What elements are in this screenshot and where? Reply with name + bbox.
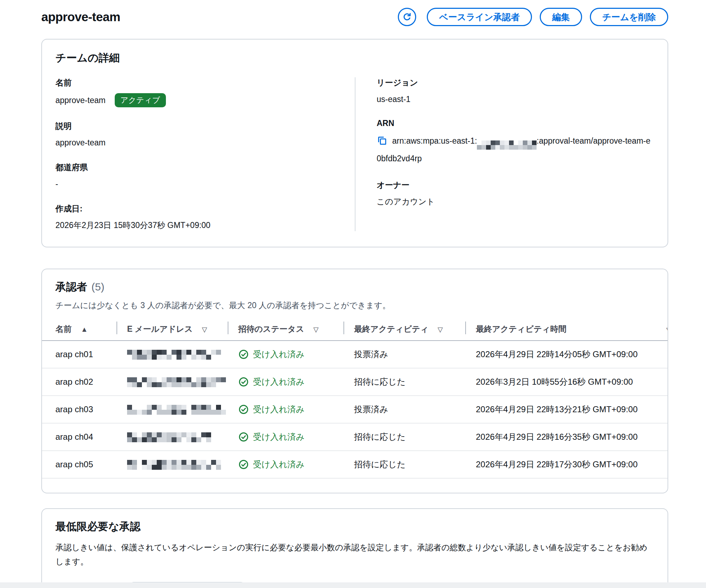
refresh-icon [402,12,412,22]
approvers-title: 承認者 [55,280,87,294]
created-value: 2026年2月23日 15時30分37秒 GMT+09:00 [55,219,319,231]
approver-email [117,423,228,451]
approver-email [117,396,228,423]
approver-email [117,451,228,478]
approver-last-activity-time: 2026年3月2日 10時55分16秒 GMT+09:00 [466,368,668,396]
min-approvals-card: 最低限必要な承認 承認しきい値は、保護されているオペレーションの実行に必要な必要… [41,508,668,588]
approver-last-activity-time: 2026年4月29日 22時13分21秒 GMT+09:00 [466,396,668,423]
name-field: 名前 approve-team アクティブ [55,77,319,107]
sort-icon[interactable]: ▽ [313,326,319,333]
redacted-email [127,432,211,442]
arn-value: arn:aws:mpa:us-east-1::approval-team/app… [377,133,654,166]
arn-field: ARN arn:aws:mpa:us-east-1::approval-team… [377,119,654,166]
table-row: arap ch04受け入れ済み招待に応じた2026年4月29日 22時16分35… [42,423,668,451]
prefecture-value: - [55,178,319,190]
page-header: approve-team ベースライン承認者 編集 チームを削除 [41,0,668,26]
team-details-grid: 名前 approve-team アクティブ 説明 approve-team 都道… [55,77,654,231]
check-circle-icon [238,377,249,387]
baseline-approvers-button[interactable]: ベースライン承認者 [427,8,532,26]
invite-status-text: 受け入れ済み [253,459,305,470]
column-header-name[interactable]: 名前▲ [42,319,117,341]
table-row: arap ch03受け入れ済み投票済み2026年4月29日 22時13分21秒 … [42,396,668,423]
approver-name: arap ch05 [42,451,117,478]
approver-email [117,368,228,396]
approver-invite-status: 受け入れ済み [228,341,344,368]
min-approvals-title: 最低限必要な承認 [55,520,654,534]
team-details-card: チームの詳細 名前 approve-team アクティブ 説明 approve-… [41,39,668,247]
window-bottom-edge [0,582,706,588]
approver-last-activity-time: 2026年4月29日 22時17分30秒 GMT+09:00 [466,451,668,478]
created-field: 作成日: 2026年2月23日 15時30分37秒 GMT+09:00 [55,203,319,231]
invite-status-text: 受け入れ済み [253,376,305,388]
region-value: us-east-1 [377,93,654,105]
approver-name: arap ch04 [42,423,117,451]
approver-name: arap ch03 [42,396,117,423]
approver-invite-status: 受け入れ済み [228,423,344,451]
invite-status-text: 受け入れ済み [253,431,305,443]
redacted-email [127,405,226,415]
region-field: リージョン us-east-1 [377,77,654,105]
approver-last-activity: 投票済み [344,341,466,368]
page-content: approve-team ベースライン承認者 編集 チームを削除 チームの詳細 … [41,0,668,588]
approvers-table: 名前▲ E メールアドレス▽ 招待のステータス▽ 最終アクティビティ▽ 最終アク… [42,319,668,479]
redacted-email [127,377,226,387]
name-label: 名前 [55,77,319,88]
sort-icon[interactable]: ▽ [438,326,443,333]
edit-button[interactable]: 編集 [540,8,582,26]
column-header-email[interactable]: E メールアドレス▽ [117,319,228,341]
check-circle-icon [238,349,249,360]
approvers-card: 承認者 (5) チームには少なくとも 3 人の承認者が必要で、最大 20 人の承… [41,269,668,493]
approver-last-activity: 招待に応じた [344,451,466,478]
approver-last-activity: 投票済み [344,396,466,423]
approver-invite-status: 受け入れ済み [228,368,344,396]
team-details-title: チームの詳細 [55,51,654,65]
column-header-invite-status[interactable]: 招待のステータス▽ [228,319,344,341]
sort-ascending-icon[interactable]: ▲ [81,325,88,333]
description-label: 説明 [55,121,319,132]
delete-team-button[interactable]: チームを削除 [590,8,668,26]
approver-last-activity-time: 2026年4月29日 22時14分05秒 GMT+09:00 [466,341,668,368]
approver-last-activity: 招待に応じた [344,368,466,396]
approver-invite-status: 受け入れ済み [228,451,344,478]
redacted-email [127,460,221,470]
approver-name: arap ch01 [42,341,117,368]
min-approvals-description: 承認しきい値は、保護されているオペレーションの実行に必要な必要最小数の承認を設定… [55,540,654,569]
redacted-account-id [477,140,537,150]
approver-name: arap ch02 [42,368,117,396]
column-header-last-activity-time[interactable]: 最終アクティビティ時間▽ [466,319,668,341]
invite-status-text: 受け入れ済み [253,404,305,415]
sort-icon[interactable]: ▽ [202,326,207,333]
arn-label: ARN [377,119,654,128]
redacted-email [127,350,221,360]
check-circle-icon [238,404,249,415]
owner-label: オーナー [377,180,654,191]
region-label: リージョン [377,77,654,88]
column-header-last-activity[interactable]: 最終アクティビティ▽ [344,319,466,341]
refresh-button[interactable] [398,8,416,26]
details-right-column: リージョン us-east-1 ARN arn:aws:mpa:us-east-… [355,77,654,231]
description-value: approve-team [55,137,319,149]
approvers-subtitle: チームには少なくとも 3 人の承認者が必要で、最大 20 人の承認者を持つことが… [55,300,654,311]
prefecture-field: 都道府県 - [55,162,319,190]
approver-email [117,341,228,368]
copy-icon[interactable] [377,135,387,151]
approver-last-activity-time: 2026年4月29日 22時16分35秒 GMT+09:00 [466,423,668,451]
page-title: approve-team [41,10,120,24]
header-actions: ベースライン承認者 編集 チームを削除 [398,8,668,26]
approvers-count: (5) [91,281,104,293]
table-header-row: 名前▲ E メールアドレス▽ 招待のステータス▽ 最終アクティビティ▽ 最終アク… [42,319,668,341]
status-badge: アクティブ [115,93,166,107]
approver-last-activity: 招待に応じた [344,423,466,451]
approvers-header: 承認者 (5) チームには少なくとも 3 人の承認者が必要で、最大 20 人の承… [42,280,668,311]
created-label: 作成日: [55,203,319,214]
table-row: arap ch05受け入れ済み招待に応じた2026年4月29日 22時17分30… [42,451,668,478]
check-circle-icon [238,432,249,442]
details-left-column: 名前 approve-team アクティブ 説明 approve-team 都道… [55,77,355,231]
invite-status-text: 受け入れ済み [253,349,305,360]
owner-field: オーナー このアカウント [377,180,654,208]
arn-text-prefix: arn:aws:mpa:us-east-1: [392,136,477,145]
sort-icon[interactable]: ▽ [666,326,668,334]
check-circle-icon [238,459,249,470]
table-row: arap ch01受け入れ済み投票済み2026年4月29日 22時14分05秒 … [42,341,668,368]
description-field: 説明 approve-team [55,121,319,149]
